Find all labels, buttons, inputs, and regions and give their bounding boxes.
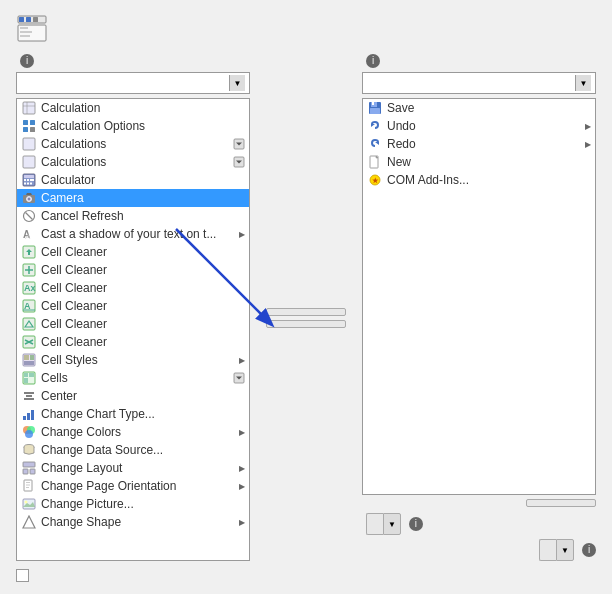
list-item[interactable]: Calculations bbox=[17, 135, 249, 153]
import-export-info-icon[interactable]: i bbox=[582, 543, 596, 557]
svg-rect-6 bbox=[20, 31, 32, 33]
list-item-text: Center bbox=[41, 389, 245, 403]
list-item-camera[interactable]: Camera bbox=[17, 189, 249, 207]
svg-line-34 bbox=[26, 213, 33, 220]
svg-rect-26 bbox=[24, 183, 26, 185]
right-list-item[interactable]: New bbox=[363, 153, 595, 171]
cell-cleaner2-icon bbox=[21, 262, 37, 278]
list-item[interactable]: Cancel Refresh bbox=[17, 207, 249, 225]
import-export-arrow[interactable]: ▼ bbox=[556, 539, 574, 561]
undo-icon bbox=[367, 118, 383, 134]
svg-rect-12 bbox=[30, 120, 35, 125]
svg-rect-18 bbox=[23, 156, 35, 168]
commands-listbox[interactable]: Calculation Calculation Options Calculat… bbox=[16, 98, 250, 561]
svg-rect-2 bbox=[26, 17, 31, 22]
choose-commands-info-icon[interactable]: i bbox=[20, 54, 34, 68]
svg-rect-27 bbox=[27, 183, 29, 185]
show-toolbar-checkbox[interactable] bbox=[16, 569, 29, 582]
svg-text:Ax: Ax bbox=[24, 283, 36, 293]
toolbar-items-listbox[interactable]: Save Undo ▶ Redo ▶ bbox=[362, 98, 596, 495]
right-list-item[interactable]: ★ COM Add-Ins... bbox=[363, 171, 595, 189]
svg-rect-46 bbox=[23, 318, 35, 330]
list-item[interactable]: Change Chart Type... bbox=[17, 405, 249, 423]
reset-dropdown-arrow[interactable]: ▼ bbox=[383, 513, 401, 535]
middle-buttons-panel bbox=[258, 74, 354, 561]
svg-rect-5 bbox=[20, 27, 28, 29]
svg-rect-54 bbox=[29, 373, 34, 377]
right-list-item[interactable]: Redo ▶ bbox=[363, 135, 595, 153]
list-item-text: Change Layout bbox=[41, 461, 239, 475]
reset-button[interactable] bbox=[366, 513, 383, 535]
svg-rect-11 bbox=[23, 120, 28, 125]
import-export-split-button[interactable]: ▼ bbox=[539, 539, 574, 561]
list-item[interactable]: Calculation Options bbox=[17, 117, 249, 135]
list-item[interactable]: Cell Cleaner bbox=[17, 315, 249, 333]
list-item[interactable]: Ax Cell Cleaner bbox=[17, 279, 249, 297]
add-button[interactable] bbox=[266, 308, 346, 316]
item-submenu-arrow: ▶ bbox=[585, 140, 591, 149]
list-item[interactable]: Calculations bbox=[17, 153, 249, 171]
data-source-icon bbox=[21, 442, 37, 458]
list-item[interactable]: Cells bbox=[17, 369, 249, 387]
svg-rect-3 bbox=[33, 17, 38, 22]
list-item-text: Change Colors bbox=[41, 425, 239, 439]
cell-styles-icon bbox=[21, 352, 37, 368]
dropdown-mini-icon bbox=[233, 372, 245, 384]
modify-button bbox=[526, 499, 596, 507]
list-item-text: Cell Cleaner bbox=[41, 281, 245, 295]
list-item-text: Calculation Options bbox=[41, 119, 245, 133]
commands-dropdown[interactable]: ▼ bbox=[16, 72, 250, 94]
list-item[interactable]: Cell Cleaner bbox=[17, 243, 249, 261]
toolbar-scope-arrow[interactable]: ▼ bbox=[575, 75, 591, 91]
colors-icon bbox=[21, 424, 37, 440]
customize-toolbar-dialog: i ▼ Calculation Calc bbox=[0, 0, 612, 594]
list-item[interactable]: Cell Cleaner bbox=[17, 333, 249, 351]
list-item-text: Cell Styles bbox=[41, 353, 239, 367]
list-item[interactable]: AA Cast a shadow of your text on t... ▶ bbox=[17, 225, 249, 243]
list-item-text: Calculation bbox=[41, 101, 245, 115]
toolbar-scope-dropdown[interactable]: ▼ bbox=[362, 72, 596, 94]
import-export-button[interactable] bbox=[539, 539, 556, 561]
left-label-row: i bbox=[16, 54, 250, 68]
center-icon bbox=[21, 388, 37, 404]
picture-icon bbox=[21, 496, 37, 512]
svg-rect-62 bbox=[27, 413, 30, 420]
list-item[interactable]: Center bbox=[17, 387, 249, 405]
list-item[interactable]: Change Shape ▶ bbox=[17, 513, 249, 531]
list-item-text: Change Page Orientation bbox=[41, 479, 239, 493]
commands-dropdown-arrow[interactable]: ▼ bbox=[229, 75, 245, 91]
list-item[interactable]: A Cell Cleaner bbox=[17, 297, 249, 315]
svg-rect-22 bbox=[24, 175, 34, 178]
list-item[interactable]: Change Page Orientation ▶ bbox=[17, 477, 249, 495]
svg-rect-73 bbox=[26, 485, 30, 486]
list-item[interactable]: Change Layout ▶ bbox=[17, 459, 249, 477]
right-list-item[interactable]: Undo ▶ bbox=[363, 117, 595, 135]
list-item[interactable]: Change Picture... bbox=[17, 495, 249, 513]
list-item-text: Cells bbox=[41, 371, 231, 385]
list-item[interactable]: Calculator bbox=[17, 171, 249, 189]
customize-info-icon[interactable]: i bbox=[366, 54, 380, 68]
list-item[interactable]: Calculation bbox=[17, 99, 249, 117]
list-item-text: Camera bbox=[41, 191, 245, 205]
svg-rect-72 bbox=[26, 482, 30, 483]
list-item[interactable]: Change Colors ▶ bbox=[17, 423, 249, 441]
chart-icon bbox=[21, 406, 37, 422]
svg-rect-49 bbox=[24, 355, 29, 360]
remove-button[interactable] bbox=[266, 320, 346, 328]
dialog-header bbox=[16, 12, 596, 44]
item-submenu-arrow: ▶ bbox=[239, 428, 245, 437]
right-list-item[interactable]: Save bbox=[363, 99, 595, 117]
list-item-text: Change Picture... bbox=[41, 497, 245, 511]
reset-split-button[interactable]: ▼ bbox=[366, 513, 401, 535]
svg-rect-82 bbox=[370, 108, 380, 114]
customizations-info-icon[interactable]: i bbox=[409, 517, 423, 531]
left-panel: i ▼ Calculation Calc bbox=[16, 54, 250, 561]
item-submenu-arrow: ▶ bbox=[239, 518, 245, 527]
list-item[interactable]: Change Data Source... bbox=[17, 441, 249, 459]
svg-rect-74 bbox=[26, 487, 29, 488]
list-item-text: Cell Cleaner bbox=[41, 245, 245, 259]
list-item-text: Calculator bbox=[41, 173, 245, 187]
right-list-item-text: COM Add-Ins... bbox=[387, 173, 591, 187]
list-item[interactable]: Cell Cleaner bbox=[17, 261, 249, 279]
list-item[interactable]: Cell Styles ▶ bbox=[17, 351, 249, 369]
